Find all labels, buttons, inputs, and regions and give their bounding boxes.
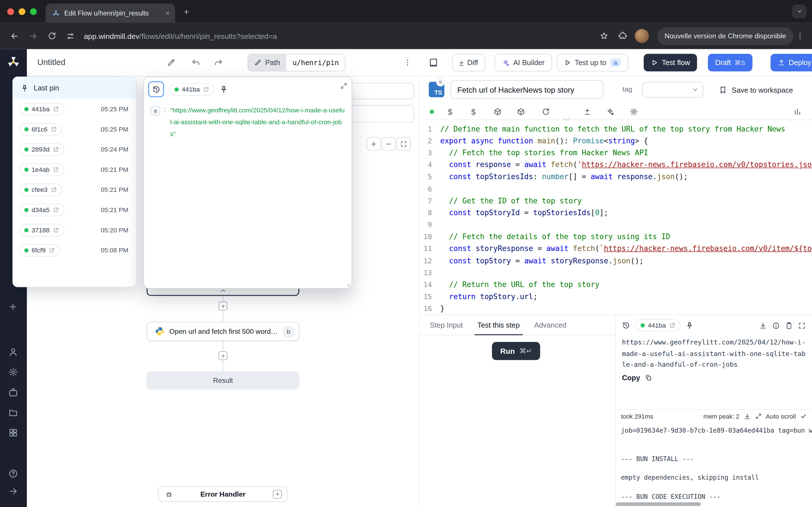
pin-hash-chip[interactable]: 6fcf9 xyxy=(19,244,60,256)
pin-item[interactable]: d34a505:21 PM xyxy=(13,200,136,220)
ai-assist-icon[interactable] xyxy=(606,107,614,115)
diff-mode-icon[interactable] xyxy=(583,107,591,115)
undo-button[interactable] xyxy=(192,58,200,67)
pin-hash-chip[interactable]: 441ba xyxy=(19,103,64,115)
deploy-button[interactable]: Deploy xyxy=(770,54,812,71)
browser-menu-button[interactable] xyxy=(794,27,807,45)
sidebar-collapse-button[interactable] xyxy=(8,487,18,497)
zoom-in-button[interactable] xyxy=(366,137,380,151)
download-icon[interactable] xyxy=(744,413,751,420)
step-summary-input[interactable] xyxy=(451,80,603,99)
tab-test-this-step[interactable]: Test this step xyxy=(470,315,527,335)
pin-hash-chip[interactable]: 2893d xyxy=(19,143,64,156)
variables-icon[interactable]: $ xyxy=(448,107,452,116)
zoom-out-button[interactable] xyxy=(382,137,396,151)
pin-icon[interactable] xyxy=(686,322,693,330)
flow-node-error-handler[interactable]: Error Handler xyxy=(158,487,287,502)
resize-handle[interactable] xyxy=(344,281,350,286)
horizontal-scrollbar[interactable] xyxy=(616,502,701,506)
chrome-update-chip[interactable]: Nouvelle version de Chrome disponible xyxy=(657,27,794,45)
more-options-button[interactable] xyxy=(403,59,412,67)
result-value[interactable]: https://www.geoffreylitt.com/2025/04/12/… xyxy=(622,337,808,370)
sidebar-item-workers[interactable] xyxy=(8,388,18,398)
step-settings-mini-icon[interactable] xyxy=(437,78,444,86)
sidebar-item-apps[interactable] xyxy=(8,428,18,438)
log-lines[interactable]: job=019634e7-9d30-b7cb-1e89-03a64ed441ba… xyxy=(616,423,812,502)
address-bar[interactable]: app.windmill.dev/flows/edit/u/henri/pin_… xyxy=(84,32,595,40)
package-icon[interactable] xyxy=(517,107,525,115)
pin-item[interactable]: 6f1c605:25 PM xyxy=(13,119,136,139)
save-to-workspace-button[interactable]: Save to workspace xyxy=(719,82,793,98)
add-error-handler-button[interactable] xyxy=(273,490,282,498)
test-flow-button[interactable]: Test flow xyxy=(644,54,697,71)
sidebar-item-help[interactable] xyxy=(8,469,18,479)
result-hash-chip[interactable]: 441ba xyxy=(636,319,680,332)
tag-select[interactable] xyxy=(642,82,703,98)
history-button-focused[interactable] xyxy=(148,81,164,97)
pin-item[interactable]: 6fcf905:08 PM xyxy=(13,240,136,260)
site-info-button[interactable] xyxy=(61,27,80,45)
code-editor[interactable]: 1// Define the main function to fetch th… xyxy=(419,120,812,315)
new-tab-button[interactable] xyxy=(179,5,193,19)
path-value[interactable]: u/henri/pin xyxy=(286,54,345,71)
insert-step-button[interactable] xyxy=(218,302,227,311)
reload-button[interactable] xyxy=(43,27,61,45)
redo-button[interactable] xyxy=(214,58,223,67)
tab-close-icon[interactable] xyxy=(165,10,170,16)
minimize-window-button[interactable] xyxy=(18,8,26,15)
history-icon[interactable] xyxy=(622,321,630,330)
browser-tab[interactable]: Edit Flow u/henri/pin_results xyxy=(46,4,175,23)
draft-button[interactable]: Draft⌘S xyxy=(708,54,753,71)
sidebar-item-settings[interactable] xyxy=(8,367,18,378)
path-edit-button[interactable]: Path xyxy=(248,54,287,71)
pin-item[interactable]: 3718805:20 PM xyxy=(13,220,136,240)
pin-icon[interactable] xyxy=(219,85,227,93)
pin-hash-chip[interactable]: cfee3 xyxy=(19,183,62,196)
expand-icon[interactable] xyxy=(755,413,762,420)
maximize-window-button[interactable] xyxy=(30,8,37,15)
json-key-badge[interactable]: a xyxy=(151,106,160,115)
flow-node-result[interactable]: Result xyxy=(147,372,299,390)
pin-hash-chip[interactable]: 37188 xyxy=(19,224,64,236)
docs-button[interactable] xyxy=(429,58,438,67)
fullscreen-icon[interactable] xyxy=(798,322,806,330)
ai-builder-button[interactable]: AI Builder xyxy=(495,54,552,71)
sidebar-item-user[interactable] xyxy=(8,347,18,357)
edit-title-button[interactable] xyxy=(167,58,175,67)
test-up-to-button[interactable]: Test up toa xyxy=(557,54,628,71)
flow-node-partial[interactable] xyxy=(342,105,414,122)
reset-icon[interactable] xyxy=(542,107,550,115)
pin-item[interactable]: 2893d05:24 PM xyxy=(13,139,136,159)
tab-advanced[interactable]: Advanced xyxy=(527,315,574,335)
extensions-button[interactable] xyxy=(613,27,632,45)
popup-hash-chip[interactable]: 441ba xyxy=(169,83,214,96)
windmill-logo[interactable] xyxy=(7,55,20,71)
editor-settings-icon[interactable] xyxy=(629,107,638,115)
pin-hash-chip[interactable]: d34a5 xyxy=(19,204,64,216)
pin-hash-chip[interactable]: 6f1c6 xyxy=(19,123,62,135)
run-button[interactable]: Run⌘↵ xyxy=(492,342,540,360)
diff-button[interactable]: ±Diff xyxy=(452,54,485,71)
info-icon[interactable] xyxy=(772,322,780,330)
pin-hash-chip[interactable]: 1e4ab xyxy=(19,163,64,175)
fit-view-button[interactable] xyxy=(397,137,411,151)
tab-step-input[interactable]: Step Input xyxy=(423,315,470,335)
pin-item[interactable]: 1e4ab05:21 PM xyxy=(13,159,136,180)
auto-scroll-checkbox[interactable] xyxy=(800,413,807,420)
profile-avatar[interactable] xyxy=(635,29,649,43)
assets-panel-icon[interactable] xyxy=(794,107,802,115)
forward-button[interactable] xyxy=(24,27,42,45)
sidebar-add-button[interactable] xyxy=(8,302,18,313)
clipboard-icon[interactable] xyxy=(785,322,793,330)
package-icon[interactable] xyxy=(493,107,502,115)
copy-result-button[interactable]: Copy xyxy=(622,374,652,382)
sidebar-item-folders[interactable] xyxy=(8,407,18,418)
back-button[interactable] xyxy=(5,27,24,45)
download-icon[interactable] xyxy=(759,322,767,330)
bookmark-button[interactable] xyxy=(595,27,613,45)
close-window-button[interactable] xyxy=(7,8,14,15)
insert-step-button[interactable] xyxy=(218,351,227,360)
flow-node-step-b[interactable]: Open url and fetch first 500 words of ..… xyxy=(147,322,299,341)
pin-item[interactable]: 441ba05:25 PM xyxy=(13,99,136,119)
tab-search-button[interactable] xyxy=(792,5,807,18)
